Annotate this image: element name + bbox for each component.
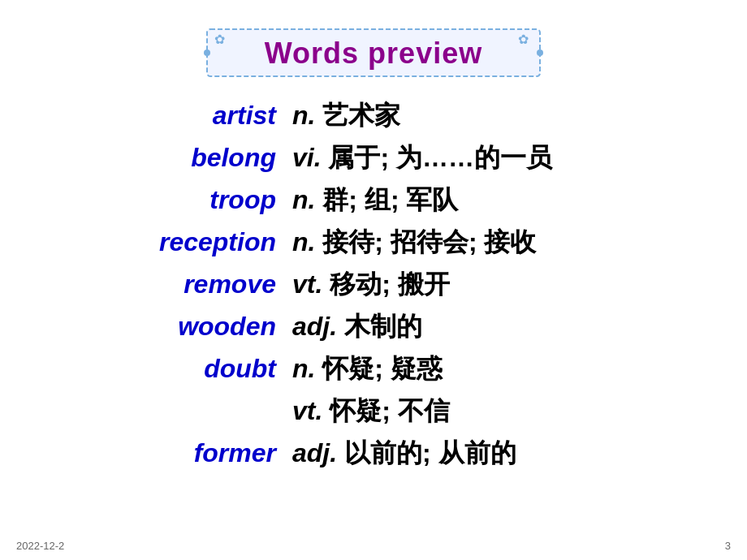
footer-page: 3 xyxy=(725,540,731,552)
word-row-reception: reception n. 接待; 招待会; 接收 xyxy=(24,225,723,267)
word-pos-artist: n. xyxy=(292,101,315,130)
word-pos-belong: vi. xyxy=(292,143,322,172)
word-def-reception: n. 接待; 招待会; 接收 xyxy=(284,225,723,261)
word-meaning-reception: 接待; 招待会; 接收 xyxy=(322,227,536,256)
word-row-wooden: wooden adj. 木制的 xyxy=(24,309,723,351)
word-def-troop: n. 群; 组; 军队 xyxy=(284,183,723,218)
word-def-wooden: adj. 木制的 xyxy=(284,309,723,345)
svg-point-4 xyxy=(537,50,543,56)
svg-text:✿: ✿ xyxy=(518,32,529,46)
word-meaning-troop: 群; 组; 军队 xyxy=(322,185,458,214)
word-english-doubt: doubt xyxy=(24,354,284,384)
word-meaning-belong: 属于; 为……的一员 xyxy=(328,143,552,172)
footer-date: 2022-12-2 xyxy=(16,540,64,552)
word-row-doubt: doubt n. 怀疑; 疑惑 xyxy=(24,351,723,394)
word-pos-reception: n. xyxy=(292,227,315,256)
word-def-doubt-vt: vt. 怀疑; 不信 xyxy=(284,394,723,429)
word-meaning-doubt: 怀疑; 疑惑 xyxy=(322,354,443,383)
word-meaning-wooden: 木制的 xyxy=(344,312,422,341)
word-pos-former: adj. xyxy=(292,438,337,467)
word-def-artist: n. 艺术家 xyxy=(284,98,723,134)
word-english-reception: reception xyxy=(24,227,284,257)
word-def-remove: vt. 移动; 搬开 xyxy=(284,267,723,303)
word-meaning-former: 以前的; 从前的 xyxy=(344,438,516,467)
word-english-wooden: wooden xyxy=(24,312,284,342)
word-pos-doubt-vt: vt. xyxy=(292,396,322,425)
word-english-artist: artist xyxy=(24,101,284,131)
word-row-doubt-vt: vt. 怀疑; 不信 xyxy=(24,394,723,436)
word-meaning-doubt-vt: 怀疑; 不信 xyxy=(330,396,450,425)
title-banner: ✿ ✿ Words preview xyxy=(203,23,544,84)
word-english-troop: troop xyxy=(24,185,284,215)
word-meaning-artist: 艺术家 xyxy=(322,101,400,130)
svg-point-3 xyxy=(204,50,210,56)
words-table: artist n. 艺术家 belong vi. 属于; 为……的一员 troo… xyxy=(24,98,723,478)
word-row-troop: troop n. 群; 组; 军队 xyxy=(24,183,723,225)
slide-title: Words preview xyxy=(265,37,482,71)
word-pos-wooden: adj. xyxy=(292,312,337,341)
word-def-former: adj. 以前的; 从前的 xyxy=(284,436,723,472)
word-pos-doubt: n. xyxy=(292,354,315,383)
word-pos-remove: vt. xyxy=(292,269,322,299)
word-english-belong: belong xyxy=(24,143,284,173)
word-row-former: former adj. 以前的; 从前的 xyxy=(24,436,723,478)
word-meaning-remove: 移动; 搬开 xyxy=(330,269,450,299)
word-def-belong: vi. 属于; 为……的一员 xyxy=(284,140,723,176)
word-def-doubt: n. 怀疑; 疑惑 xyxy=(284,351,723,387)
word-english-former: former xyxy=(24,438,284,468)
word-row-belong: belong vi. 属于; 为……的一员 xyxy=(24,140,723,183)
word-row-artist: artist n. 艺术家 xyxy=(24,98,723,140)
svg-text:✿: ✿ xyxy=(214,32,225,46)
word-row-remove: remove vt. 移动; 搬开 xyxy=(24,267,723,309)
word-english-remove: remove xyxy=(24,269,284,299)
word-pos-troop: n. xyxy=(292,185,315,214)
slide-container: ✿ ✿ Words preview artist n. 艺术家 belong v… xyxy=(0,0,747,560)
